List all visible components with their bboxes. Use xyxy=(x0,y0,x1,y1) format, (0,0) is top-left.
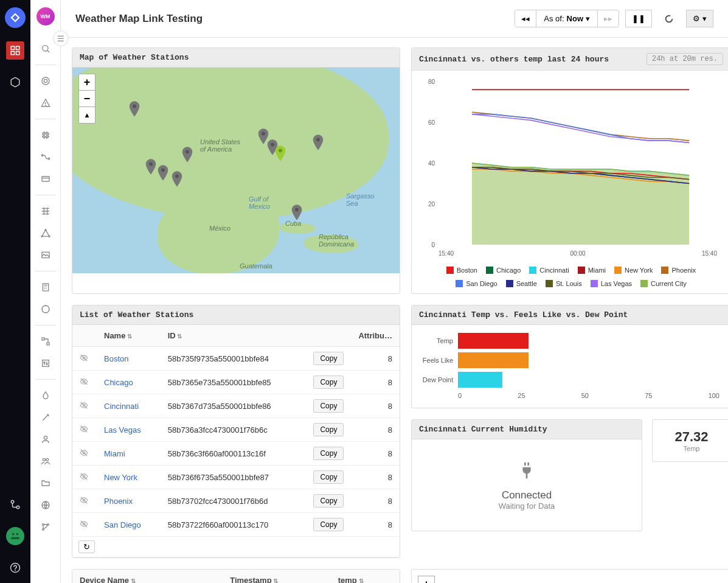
temp-line-chart[interactable]: 02040608015:4000:0015:40 xyxy=(418,77,722,259)
collapse-side-button[interactable]: ☰ xyxy=(53,30,69,46)
visibility-off-icon[interactable] xyxy=(80,472,89,483)
map-pin[interactable] xyxy=(182,147,193,162)
station-name-link[interactable]: Miami xyxy=(104,449,125,458)
map-canvas[interactable]: United States of America México Gulf of … xyxy=(72,68,400,273)
station-name-link[interactable]: San Diego xyxy=(104,520,141,529)
globe-icon[interactable] xyxy=(35,497,57,514)
copy-id-button[interactable]: Copy xyxy=(313,470,344,484)
station-name-link[interactable]: Las Vegas xyxy=(104,425,141,435)
calc-icon[interactable] xyxy=(35,279,57,296)
table-row[interactable]: Boston 58b735f9735a550001bbfe84 Copy 8 xyxy=(72,347,400,371)
col-temp[interactable]: temp xyxy=(331,570,400,583)
col-timestamp[interactable]: Timestamp xyxy=(223,570,331,583)
search-icon[interactable] xyxy=(35,40,57,57)
triangle-icon[interactable] xyxy=(35,225,57,242)
legend-item[interactable]: Cincinnati xyxy=(529,267,569,274)
users-icon[interactable] xyxy=(35,453,57,470)
legend-item[interactable]: San Diego xyxy=(456,280,497,287)
refresh-spinner-icon[interactable] xyxy=(658,10,680,27)
alert-icon[interactable] xyxy=(35,94,57,111)
table-row[interactable]: Las Vegas 58b736a3fcc4730001f76b6c Copy … xyxy=(72,418,400,442)
station-name-link[interactable]: Chicago xyxy=(104,378,133,387)
map-pin-active[interactable] xyxy=(275,145,286,161)
visibility-off-icon[interactable] xyxy=(80,496,89,506)
legend-item[interactable]: Miami xyxy=(578,267,606,274)
temp-chart-panel: Cincinnati vs. others temp last 24 hours… xyxy=(411,47,728,294)
table-row[interactable]: Chicago 58b7365e735a550001bbfe85 Copy 8 xyxy=(72,371,400,394)
map-pin[interactable] xyxy=(158,165,168,181)
map-pin[interactable] xyxy=(313,134,324,150)
time-back-button[interactable]: ◂◂ xyxy=(515,10,536,27)
pause-button[interactable]: ❚❚ xyxy=(625,10,652,27)
station-name-link[interactable]: Boston xyxy=(104,354,128,363)
visibility-off-icon[interactable] xyxy=(80,449,89,459)
asof-button[interactable]: As of: Now ▾ xyxy=(536,10,598,27)
station-name-link[interactable]: New York xyxy=(104,473,137,482)
connect-icon[interactable] xyxy=(35,148,57,166)
visibility-off-icon[interactable] xyxy=(80,401,89,411)
user-icon[interactable] xyxy=(35,431,57,448)
flow-icon[interactable] xyxy=(35,333,57,350)
col-attr[interactable]: Attribu… xyxy=(351,325,400,347)
map-zoom-out-button[interactable]: − xyxy=(78,90,95,107)
legend-item[interactable]: Seattle xyxy=(506,280,537,287)
table-row[interactable]: Phoenix 58b73702fcc4730001f76b6d Copy 8 xyxy=(72,489,400,513)
map-pin[interactable] xyxy=(291,204,302,220)
map-pin[interactable] xyxy=(129,101,140,117)
settings-button[interactable]: ⚙ ▾ xyxy=(686,10,713,27)
station-name-link[interactable]: Cincinnati xyxy=(104,402,139,411)
table-row[interactable]: Cincinnati 58b7367d735a550001bbfe86 Copy… xyxy=(72,394,400,418)
legend-item[interactable]: Chicago xyxy=(486,267,521,274)
copy-id-button[interactable]: Copy xyxy=(313,423,344,436)
wand-icon[interactable] xyxy=(35,409,57,426)
legend-item[interactable]: Las Vegas xyxy=(591,280,632,287)
table-row[interactable]: New York 58b736f6735a550001bbfe87 Copy 8 xyxy=(72,466,400,489)
map-pin[interactable] xyxy=(145,159,156,175)
water-icon[interactable] xyxy=(35,387,57,404)
card-icon[interactable] xyxy=(35,170,57,187)
compass-icon[interactable] xyxy=(35,301,57,318)
col-name[interactable]: Name xyxy=(97,325,161,347)
legend-item[interactable]: Current City xyxy=(640,280,687,287)
help-icon[interactable] xyxy=(6,559,24,577)
table-row[interactable]: Miami 58b736c3f660af000113c16f Copy 8 xyxy=(72,442,400,466)
branch-icon[interactable] xyxy=(35,518,57,536)
floorplan-zoom-in-button[interactable]: + xyxy=(418,576,435,583)
temp-bars-chart[interactable]: TempFeels LikeDew Point0255075100 xyxy=(412,325,728,408)
cpu-icon[interactable] xyxy=(35,127,57,144)
legend-item[interactable]: Phoenix xyxy=(661,267,696,274)
visibility-off-icon[interactable] xyxy=(80,377,89,388)
nav-devices-icon[interactable] xyxy=(6,73,24,91)
sliders-icon[interactable] xyxy=(35,355,57,372)
logo-icon[interactable] xyxy=(5,7,26,28)
nav-dashboard-icon[interactable] xyxy=(6,41,24,60)
copy-id-button[interactable]: Copy xyxy=(313,518,344,531)
copy-id-button[interactable]: Copy xyxy=(313,352,344,365)
map-zoom-in-button[interactable]: + xyxy=(78,74,95,91)
target-icon[interactable] xyxy=(35,72,57,89)
table-refresh-button[interactable]: ↻ xyxy=(78,540,95,553)
legend-item[interactable]: St. Louis xyxy=(546,280,582,287)
col-id[interactable]: ID xyxy=(161,325,307,347)
folder-icon[interactable] xyxy=(35,475,57,492)
copy-id-button[interactable]: Copy xyxy=(313,494,344,508)
avatar-icon[interactable] xyxy=(6,527,24,545)
copy-id-button[interactable]: Copy xyxy=(313,447,344,460)
image-icon[interactable] xyxy=(35,246,57,264)
visibility-off-icon[interactable] xyxy=(80,354,89,364)
map-reset-bearing-button[interactable]: ▴ xyxy=(78,106,95,124)
visibility-off-icon[interactable] xyxy=(80,425,89,435)
time-forward-button[interactable]: ▸▸ xyxy=(598,10,619,27)
nav-workflow-icon[interactable] xyxy=(6,495,24,514)
visibility-off-icon[interactable] xyxy=(80,520,89,530)
copy-id-button[interactable]: Copy xyxy=(313,399,344,413)
legend-item[interactable]: New York xyxy=(614,267,653,274)
station-name-link[interactable]: Phoenix xyxy=(104,497,133,506)
legend-item[interactable]: Boston xyxy=(446,267,477,274)
col-device-name[interactable]: Device Name xyxy=(72,570,223,583)
copy-id-button[interactable]: Copy xyxy=(313,375,344,389)
map-pin[interactable] xyxy=(172,171,182,187)
context-badge[interactable]: WM xyxy=(36,7,55,26)
table-row[interactable]: San Diego 58b73722f660af000113c170 Copy … xyxy=(72,513,400,537)
grid-icon[interactable] xyxy=(35,203,57,220)
